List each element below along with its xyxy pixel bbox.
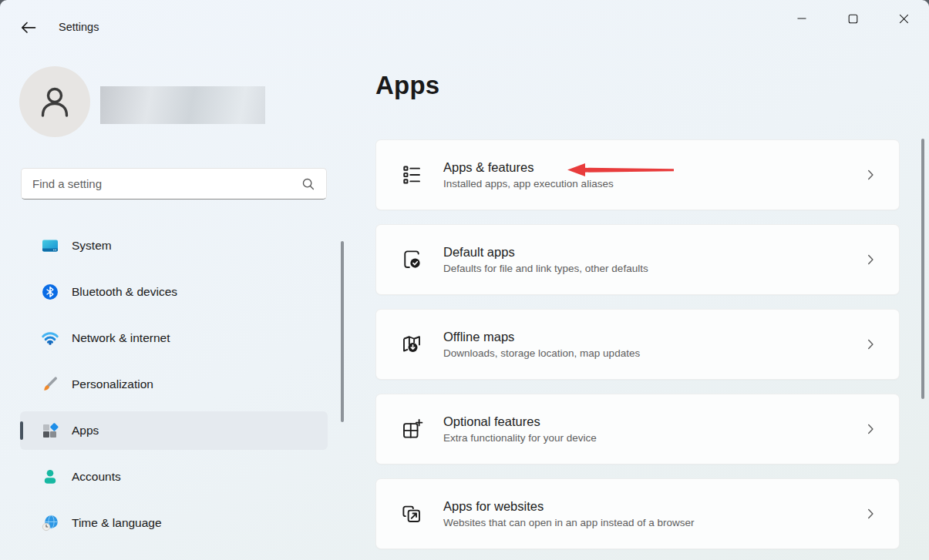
person-icon [35, 82, 75, 122]
sidebar-item-network-internet[interactable]: Network & internet [20, 319, 328, 357]
card-subtitle: Websites that can open in an app instead… [443, 517, 694, 528]
card-title: Optional features [443, 414, 597, 429]
card-offline-maps[interactable]: Offline maps Downloads, storage location… [375, 309, 900, 380]
window-title: Settings [59, 21, 99, 33]
default-apps-icon [400, 248, 423, 271]
sidebar-item-apps[interactable]: Apps [20, 411, 328, 450]
minimize-button[interactable] [776, 0, 827, 37]
sidebar-item-label: Network & internet [72, 331, 170, 345]
main-scrollbar[interactable] [921, 139, 924, 399]
card-title: Default apps [443, 245, 648, 260]
sidebar-item-label: Personalization [72, 377, 153, 391]
window-controls [776, 0, 929, 37]
sidebar-item-bluetooth-devices[interactable]: Bluetooth & devices [20, 273, 328, 311]
apps-for-websites-icon [400, 502, 423, 525]
close-icon [899, 14, 909, 24]
network-icon [41, 329, 59, 347]
card-default-apps[interactable]: Default apps Defaults for file and link … [375, 224, 900, 295]
search-input[interactable] [22, 169, 301, 199]
card-apps-for-websites[interactable]: Apps for websites Websites that can open… [375, 478, 900, 549]
card-title: Apps for websites [443, 499, 694, 514]
page-title: Apps [375, 71, 439, 100]
sidebar-nav: System Bluetooth & devices Network & int… [20, 226, 328, 550]
minimize-icon [797, 14, 806, 23]
sidebar-item-system[interactable]: System [20, 226, 328, 265]
apps-and-features-icon [400, 163, 423, 186]
accounts-icon [41, 468, 59, 486]
card-text: Default apps Defaults for file and link … [443, 245, 648, 274]
sidebar-item-label: Time & language [72, 516, 162, 530]
sidebar-item-label: Accounts [72, 470, 121, 484]
chevron-right-icon [862, 336, 879, 353]
titlebar: Settings [0, 0, 929, 46]
back-arrow-icon [19, 19, 36, 36]
chevron-right-icon [862, 421, 879, 438]
card-apps-and-features[interactable]: Apps & features Installed apps, app exec… [375, 139, 900, 210]
search-icon [301, 176, 315, 191]
card-text: Optional features Extra functionality fo… [443, 414, 597, 444]
back-button[interactable] [15, 15, 40, 40]
chevron-right-icon [862, 251, 879, 268]
sidebar-item-personalization[interactable]: Personalization [20, 365, 328, 404]
chevron-right-icon [862, 505, 879, 522]
selected-accent-pill [20, 421, 23, 440]
apps-icon [41, 421, 59, 440]
chevron-right-icon [862, 166, 879, 183]
card-text: Apps for websites Websites that can open… [443, 499, 694, 528]
offline-maps-icon [400, 333, 423, 356]
sidebar-item-label: System [72, 239, 112, 253]
maximize-icon [848, 14, 858, 24]
card-subtitle: Defaults for file and link types, other … [443, 263, 648, 274]
sidebar-item-label: Apps [72, 424, 99, 438]
sidebar-item-label: Bluetooth & devices [72, 285, 177, 299]
close-button[interactable] [878, 0, 929, 37]
red-arrow-annotation [567, 163, 675, 180]
user-avatar[interactable] [19, 66, 90, 137]
bluetooth-icon [41, 283, 59, 301]
system-icon [41, 236, 59, 255]
card-title: Offline maps [443, 330, 640, 344]
card-subtitle: Downloads, storage location, map updates [443, 347, 640, 359]
optional-features-icon [400, 417, 423, 441]
time-language-icon [41, 514, 59, 532]
maximize-button[interactable] [827, 0, 878, 37]
sidebar-scrollbar[interactable] [341, 241, 344, 422]
redacted-user-name [100, 86, 265, 124]
card-text: Offline maps Downloads, storage location… [443, 330, 640, 359]
sidebar-item-accounts[interactable]: Accounts [20, 458, 328, 496]
settings-card-list: Apps & features Installed apps, app exec… [375, 139, 900, 560]
search-box [21, 168, 327, 200]
card-optional-features[interactable]: Optional features Extra functionality fo… [375, 394, 900, 464]
settings-window: Settings System [0, 0, 929, 560]
card-subtitle: Extra functionality for your device [443, 432, 597, 444]
sidebar-item-time-language[interactable]: Time & language [20, 504, 328, 542]
personalization-icon [41, 375, 59, 394]
